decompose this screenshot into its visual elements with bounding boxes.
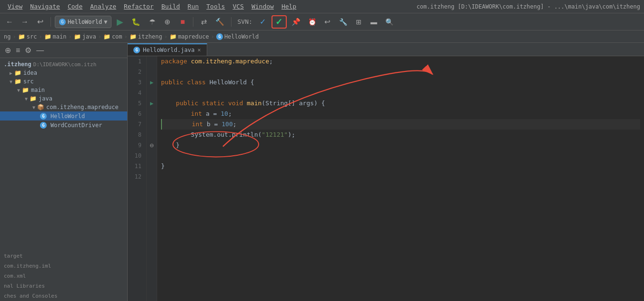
sidebar-item-java[interactable]: ▼ 📁 java (0, 94, 127, 103)
menu-build[interactable]: Build (158, 2, 184, 11)
separator-2 (193, 17, 193, 27)
class-icon: G (40, 112, 47, 120)
token: public (176, 98, 202, 109)
token: .println( (228, 130, 262, 140)
line-num-3: 3 (132, 77, 141, 88)
sidebar-bottom: target com.itzheng.iml com.xml nal Libra… (0, 251, 127, 301)
token: System. (161, 130, 217, 140)
sidebar-item-iml[interactable]: com.itzheng.iml (0, 261, 127, 271)
coverage-button[interactable]: ☂ (145, 15, 159, 29)
code-area: 1 2 3 4 5 6 7 8 9 10 11 12 ▶ (128, 56, 644, 301)
token (161, 98, 176, 109)
search-everywhere-button[interactable]: 🔍 (382, 15, 396, 29)
code-editor[interactable]: 1 2 3 4 5 6 7 8 9 10 11 12 ▶ (128, 56, 644, 301)
sidebar-label-wordcount: WordCountDriver (50, 122, 102, 129)
sidebar-item-consoles[interactable]: ches and Consoles (0, 291, 127, 301)
gutter-row-5[interactable]: ▶ (147, 98, 157, 109)
svn-commit-button[interactable]: ✓ (272, 15, 287, 29)
arrow-icon: ▼ (32, 105, 35, 110)
breadcrumb-src[interactable]: 📁src (18, 33, 37, 40)
sidebar-header: ⊕ ≡ ⚙ — (0, 43, 127, 58)
menu-code[interactable]: Code (64, 2, 86, 11)
menu-bar: View Navigate Code Analyze Refactor Buil… (0, 0, 644, 13)
expand-all-button[interactable]: ⊕ (4, 45, 12, 56)
token: public (161, 77, 187, 88)
project-path: D:\IDEAWORK\com.itzh (33, 61, 96, 68)
sidebar-item-libraries[interactable]: nal Libraries (0, 281, 127, 291)
sidebar-item-wordcount[interactable]: G WordCountDriver (0, 120, 127, 130)
stop-button[interactable]: ■ (176, 15, 189, 29)
svn-update-button[interactable]: ✓ (256, 15, 270, 29)
menu-help[interactable]: Help (278, 2, 300, 11)
menu-tools[interactable]: Tools (202, 2, 229, 11)
breadcrumb-ng[interactable]: ng (4, 33, 10, 40)
line-num-9: 9 (132, 140, 141, 150)
sidebar-item-main[interactable]: ▼ 📁 main (0, 86, 127, 94)
token: } (161, 161, 165, 171)
back-button[interactable]: ← (3, 15, 16, 29)
menu-navigate[interactable]: Navigate (26, 2, 64, 11)
gutter-row-9[interactable]: ⊖ (147, 140, 157, 150)
menu-vcs[interactable]: VCS (229, 2, 247, 11)
gutter-row-4 (147, 88, 157, 98)
menu-analyze[interactable]: Analyze (86, 2, 120, 11)
token: out (217, 130, 228, 140)
main-layout: ⊕ ≡ ⚙ — .itzheng D:\IDEAWORK\com.itzh ▶ … (0, 43, 644, 301)
breadcrumb-helloworld[interactable]: GHelloWorld (216, 33, 259, 40)
sidebar-item-target[interactable]: target (0, 251, 127, 261)
line-num-6: 6 (132, 109, 141, 119)
breadcrumb-com[interactable]: 📁com (103, 33, 122, 40)
history-button[interactable]: ⏰ (305, 15, 319, 29)
code-line-3: public class HelloWorld { (161, 77, 640, 88)
sep6: › (164, 33, 167, 40)
wrench-button[interactable]: 🔧 (336, 15, 350, 29)
tab-close-button[interactable]: × (197, 47, 201, 53)
sidebar-label-java: java (39, 95, 52, 102)
sep3: › (69, 33, 72, 40)
undo-toolbar-button[interactable]: ↩ (321, 15, 334, 29)
project-root[interactable]: .itzheng D:\IDEAWORK\com.itzh (0, 60, 127, 69)
gutter-row-6 (147, 109, 157, 119)
breadcrumb-java[interactable]: 📁java (74, 33, 96, 40)
token: ; (228, 109, 232, 119)
breadcrumb-itzheng[interactable]: 📁itzheng (130, 33, 162, 40)
gutter-row-10 (147, 150, 157, 161)
code-line-6: int a = 10; (161, 109, 640, 119)
run-config-selector[interactable]: G HelloWorld ▼ (55, 16, 111, 28)
line-num-10: 10 (132, 150, 141, 161)
sidebar-item-xml[interactable]: com.xml (0, 271, 127, 281)
code-line-12 (161, 171, 640, 182)
terminal-button[interactable]: ▬ (367, 15, 381, 29)
menu-view[interactable]: View (4, 2, 26, 11)
run-button[interactable]: ▶ (113, 15, 127, 29)
tab-helloworld[interactable]: G HelloWorld.java × (128, 43, 207, 56)
build-button[interactable]: 🔨 (212, 15, 227, 29)
gutter-row-3[interactable]: ▶ (147, 77, 157, 88)
settings-button[interactable]: ⚙ (24, 45, 32, 56)
run-dashboard-button[interactable]: ⊞ (352, 15, 365, 29)
code-content[interactable]: package com.itzheng.mapreduce; public cl… (157, 56, 644, 301)
sidebar-item-idea[interactable]: ▶ 📁 idea (0, 69, 127, 77)
debug-button[interactable]: 🐛 (129, 15, 143, 29)
menu-window[interactable]: Window (248, 2, 278, 11)
revert-button[interactable]: ↩ (33, 15, 47, 29)
close-sidebar-button[interactable]: — (35, 45, 45, 56)
tab-icon: G (133, 47, 140, 53)
sidebar-item-src[interactable]: ▼ 📁 src (0, 77, 127, 86)
collapse-all-button[interactable]: ≡ (15, 45, 21, 56)
gutter-row-12 (147, 171, 157, 182)
sync-button[interactable]: ⇄ (197, 15, 211, 29)
breadcrumb-main[interactable]: 📁main (44, 33, 67, 40)
profile-button[interactable]: ⊕ (161, 15, 174, 29)
menu-run[interactable]: Run (184, 2, 202, 11)
line-num-5: 5 (132, 98, 141, 109)
sidebar-item-package[interactable]: ▼ 📦 com.itzheng.mapreduce (0, 103, 127, 111)
line-num-4: 4 (132, 88, 141, 98)
code-line-8: System.out.println("12121"); (161, 130, 640, 140)
breadcrumb-mapreduce[interactable]: 📁mapreduce (170, 33, 209, 40)
sidebar-item-helloworld[interactable]: G HelloWorld (0, 111, 127, 120)
pin-button[interactable]: 📌 (289, 15, 303, 29)
sidebar-label-helloworld: HelloWorld (50, 113, 85, 120)
forward-button[interactable]: → (18, 15, 31, 29)
menu-refactor[interactable]: Refactor (120, 2, 158, 11)
